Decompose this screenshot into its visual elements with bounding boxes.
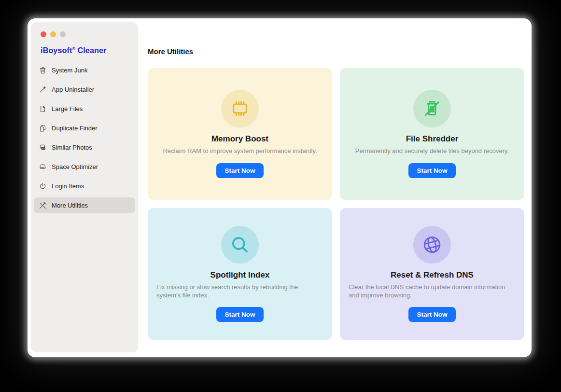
card-description: Clear the local DNS cache to update doma… xyxy=(348,283,517,299)
shred-trash-icon xyxy=(421,98,443,120)
utility-card-memory-boost: Memory BoostReclaim RAM to improve syste… xyxy=(148,68,332,200)
sidebar-nav: System JunkApp UninstallerLarge FilesDup… xyxy=(34,62,135,217)
card-icon-circle xyxy=(221,226,259,264)
card-icon-circle xyxy=(413,226,451,264)
utility-card-spotlight-index: Spotlight IndexFix missing or slow searc… xyxy=(148,208,332,340)
minimize-button[interactable] xyxy=(50,31,56,37)
magic-wand-icon xyxy=(38,85,47,94)
zoom-button[interactable] xyxy=(60,31,66,37)
trash-icon xyxy=(38,66,47,74)
duplicate-files-icon xyxy=(38,124,47,132)
app-title: iBoysoft®Cleaner xyxy=(41,46,107,55)
card-title: File Shredder xyxy=(406,134,459,144)
card-description: Permanently and securely delete files be… xyxy=(355,147,509,155)
brand-name: iBoysoft xyxy=(41,46,72,55)
globe-icon xyxy=(421,234,443,256)
card-description: Fix missing or slow search results by re… xyxy=(155,283,324,299)
disk-drive-icon xyxy=(38,162,47,171)
power-icon xyxy=(38,182,47,190)
sidebar-item-label: Login Items xyxy=(52,182,84,190)
memory-chip-icon xyxy=(229,98,251,120)
sidebar-item-label: System Junk xyxy=(52,67,87,74)
card-title: Spotlight Index xyxy=(210,270,270,280)
start-now-button[interactable]: Start Now xyxy=(408,307,455,322)
product-name: Cleaner xyxy=(77,46,106,55)
document-icon xyxy=(38,104,47,113)
main-content: More Utilities Memory BoostReclaim RAM t… xyxy=(148,18,525,357)
tools-icon xyxy=(38,201,47,210)
sidebar-item-large-files[interactable]: Large Files xyxy=(34,101,135,116)
sidebar-item-label: Space Optimizer xyxy=(52,163,98,170)
sidebar-item-system-junk[interactable]: System Junk xyxy=(34,62,135,78)
sidebar-item-similar-photos[interactable]: Similar Photos xyxy=(34,140,135,155)
registered-mark: ® xyxy=(72,46,76,51)
sidebar-item-login-items[interactable]: Login Items xyxy=(34,178,135,194)
close-button[interactable] xyxy=(41,31,46,37)
page-title: More Utilities xyxy=(148,47,193,56)
photos-icon xyxy=(38,143,47,152)
sidebar-item-app-uninstaller[interactable]: App Uninstaller xyxy=(34,82,135,97)
sidebar-item-label: App Uninstaller xyxy=(52,86,94,93)
utility-card-file-shredder: File ShredderPermanently and securely de… xyxy=(340,68,524,200)
window-controls xyxy=(41,31,66,37)
start-now-button[interactable]: Start Now xyxy=(408,163,455,178)
utility-card-reset-refresh-dns: Reset & Refresh DNSClear the local DNS c… xyxy=(340,208,524,340)
sidebar-item-space-optimizer[interactable]: Space Optimizer xyxy=(34,159,135,174)
start-now-button[interactable]: Start Now xyxy=(216,307,263,322)
card-icon-circle xyxy=(221,90,259,127)
app-window: iBoysoft®Cleaner System JunkApp Uninstal… xyxy=(28,18,532,357)
card-title: Reset & Refresh DNS xyxy=(391,270,474,280)
utilities-grid: Memory BoostReclaim RAM to improve syste… xyxy=(148,68,524,340)
sidebar: iBoysoft®Cleaner System JunkApp Uninstal… xyxy=(31,22,138,352)
sidebar-item-label: Duplicate Finder xyxy=(52,125,98,132)
sidebar-item-label: More Utilities xyxy=(52,202,88,209)
magnifier-icon xyxy=(229,234,251,256)
card-description: Reclaim RAM to improve system performanc… xyxy=(163,147,317,155)
sidebar-item-label: Large Files xyxy=(52,105,83,112)
start-now-button[interactable]: Start Now xyxy=(216,163,263,178)
card-icon-circle xyxy=(413,90,451,127)
sidebar-item-more-utilities[interactable]: More Utilities xyxy=(34,197,135,213)
sidebar-item-label: Similar Photos xyxy=(52,144,92,151)
sidebar-item-duplicate-finder[interactable]: Duplicate Finder xyxy=(34,120,135,136)
card-title: Memory Boost xyxy=(211,134,268,144)
